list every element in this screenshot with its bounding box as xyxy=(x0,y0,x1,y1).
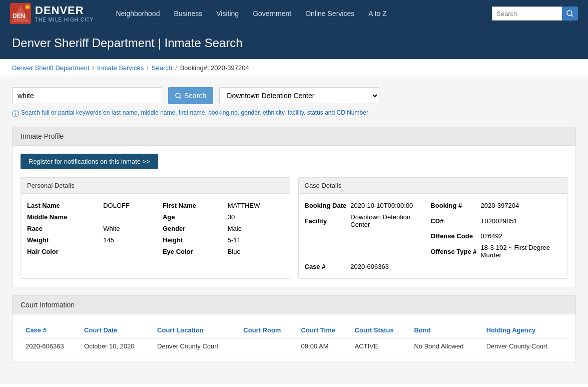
table-row: Last Name DOLOFF First Name MATTHEW xyxy=(27,200,284,211)
middle-name-label: Middle Name xyxy=(27,211,103,223)
last-name-label: Last Name xyxy=(27,200,103,211)
court-cell-6: No Bond Allowed xyxy=(409,338,481,354)
nav-links: Neighborhood Business Visiting Governmen… xyxy=(109,0,492,27)
breadcrumb-link-search[interactable]: Search xyxy=(152,64,172,72)
breadcrumb-sep-1: / xyxy=(92,64,94,72)
height-label: Height xyxy=(163,234,228,246)
personal-details-title: Personal Details xyxy=(27,182,75,189)
col-court-date: Court Date xyxy=(79,322,152,338)
col-court-time: Court Time xyxy=(296,322,350,338)
nav-search-button[interactable] xyxy=(562,7,578,21)
inmate-profile-body: Register for notifications on this inmat… xyxy=(13,146,575,287)
search-button[interactable]: Search xyxy=(168,87,213,104)
nav-online-services[interactable]: Online Services xyxy=(298,0,361,27)
col-court-room: Court Room xyxy=(238,322,296,338)
table-row: Facility Downtown Detention Center CD# T… xyxy=(305,211,561,230)
breadcrumb-sep-3: / xyxy=(175,64,177,72)
court-cell-0: 2020-606363 xyxy=(21,338,79,354)
svg-point-5 xyxy=(567,11,572,16)
table-row: Weight 145 Height 5-11 xyxy=(27,234,284,246)
court-cell-1: October 10, 2020 xyxy=(79,338,152,354)
court-information-header: Court Information xyxy=(13,296,575,314)
first-name-value: MATTHEW xyxy=(228,200,284,211)
table-row: Hair Color Eye Color Blue xyxy=(27,246,284,257)
booking-date-label: Booking Date xyxy=(305,200,351,211)
table-row: Offense Type # 18-3-102 ~ First Degree M… xyxy=(305,242,561,261)
eye-color-label: Eye Color xyxy=(163,246,228,257)
court-cell-3 xyxy=(238,338,296,354)
personal-details-panel: Personal Details Last Name DOLOFF First … xyxy=(21,177,290,279)
booking-num-value: 2020-397204 xyxy=(481,200,561,211)
case-num-label: Case # xyxy=(305,261,351,272)
table-row: Booking Date 2020-10-10T00:00:00 Booking… xyxy=(305,200,561,211)
svg-line-6 xyxy=(571,15,573,17)
svg-point-4 xyxy=(26,6,29,9)
register-button[interactable]: Register for notifications on this inmat… xyxy=(21,154,158,169)
search-input[interactable] xyxy=(12,87,162,104)
weight-value: 145 xyxy=(103,234,163,246)
table-row: 2020-606363October 10, 2020Denver County… xyxy=(21,338,567,354)
nav-search-icon xyxy=(566,10,573,17)
case-details-header: Case Details xyxy=(299,178,567,194)
inmate-profile-title: Inmate Profile xyxy=(21,132,64,140)
height-value: 5-11 xyxy=(228,234,284,246)
gender-label: Gender xyxy=(163,223,228,234)
denver-logo-icon: DEN xyxy=(10,3,31,24)
court-table-header-row: Case # Court Date Court Location Court R… xyxy=(21,322,567,338)
race-label: Race xyxy=(27,223,103,234)
col-bond: Bond xyxy=(409,322,481,338)
col-court-status: Court Status xyxy=(350,322,409,338)
logo-link[interactable]: DEN DENVER THE MILE HIGH CITY xyxy=(10,3,94,24)
facility-select[interactable]: Downtown Detention Center Denver County … xyxy=(219,87,379,104)
col-holding-agency: Holding Agency xyxy=(481,322,567,338)
breadcrumb-sep-2: / xyxy=(147,64,149,72)
case-details-body: Booking Date 2020-10-10T00:00:00 Booking… xyxy=(299,194,567,278)
search-hint: ⓘ Search full or partial keywords on las… xyxy=(12,109,576,119)
inmate-profile-card: Inmate Profile Register for notification… xyxy=(12,127,576,287)
nav-business[interactable]: Business xyxy=(167,0,209,27)
offense-type-value: 18-3-102 ~ First Degree Murder xyxy=(481,242,561,261)
inmate-profile-header: Inmate Profile xyxy=(13,127,575,146)
facility-value: Downtown Detention Center xyxy=(350,211,430,230)
svg-point-7 xyxy=(176,93,180,98)
personal-details-table: Last Name DOLOFF First Name MATTHEW Midd… xyxy=(27,200,284,257)
info-icon: ⓘ xyxy=(12,110,19,119)
age-label: Age xyxy=(163,211,228,223)
hair-color-label: Hair Color xyxy=(27,246,103,257)
nav-neighborhood[interactable]: Neighborhood xyxy=(109,0,167,27)
court-cell-5: ACTIVE xyxy=(350,338,409,354)
svg-text:DEN: DEN xyxy=(13,13,25,20)
middle-name-value xyxy=(103,211,163,223)
age-value: 30 xyxy=(228,211,284,223)
offense-code-value: 026492 xyxy=(481,230,561,242)
court-information-title: Court Information xyxy=(21,301,75,309)
court-cell-7: Denver County Court xyxy=(481,338,567,354)
offense-code-label: Offense Code xyxy=(430,230,480,242)
hair-color-value xyxy=(103,246,163,257)
personal-details-body: Last Name DOLOFF First Name MATTHEW Midd… xyxy=(21,194,290,263)
nav-a-to-z[interactable]: A to Z xyxy=(361,0,394,27)
cd-label: CD# xyxy=(430,211,480,230)
search-button-label: Search xyxy=(184,92,206,100)
table-row: Race White Gender Male xyxy=(27,223,284,234)
nav-government[interactable]: Government xyxy=(246,0,298,27)
breadcrumb-current: Booking#: 2020-397204 xyxy=(180,64,249,72)
court-cell-4: 08:00 AM xyxy=(296,338,350,354)
personal-details-header: Personal Details xyxy=(21,178,290,194)
case-details-table: Booking Date 2020-10-10T00:00:00 Booking… xyxy=(305,200,561,272)
court-information-card: Court Information Case # Court Date Cour… xyxy=(12,295,576,363)
breadcrumb-link-inmate-services[interactable]: Inmate Services xyxy=(97,64,144,72)
logo-denver-label: DENVER xyxy=(35,5,94,17)
case-details-panel: Case Details Booking Date 2020-10-10T00:… xyxy=(298,177,568,279)
last-name-value: DOLOFF xyxy=(103,200,163,211)
top-navigation: DEN DENVER THE MILE HIGH CITY Neighborho… xyxy=(0,0,588,27)
nav-search-input[interactable] xyxy=(492,7,562,21)
nav-visiting[interactable]: Visiting xyxy=(209,0,246,27)
table-row: Middle Name Age 30 xyxy=(27,211,284,223)
court-cell-2: Denver County Court xyxy=(152,338,238,354)
breadcrumb-link-dsd[interactable]: Denver Sheriff Department xyxy=(12,64,89,72)
booking-date-value: 2020-10-10T00:00:00 xyxy=(350,200,430,211)
table-row: Offense Code 026492 xyxy=(305,230,561,242)
page-title: Denver Sheriff Department | Inmate Searc… xyxy=(12,36,576,50)
case-details-title: Case Details xyxy=(305,182,342,189)
